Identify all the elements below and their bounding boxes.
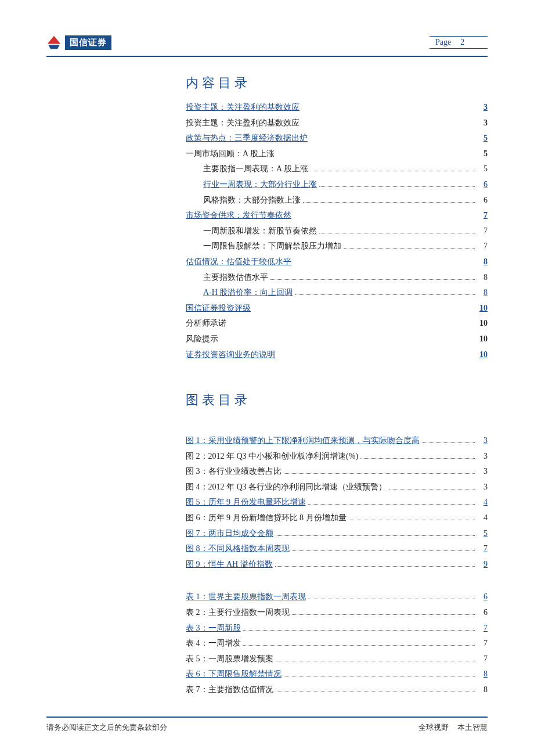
toc-entry-page: 3 <box>477 464 488 480</box>
toc-entry-page: 5 <box>477 161 488 177</box>
toc-entry-page[interactable]: 8 <box>477 254 488 270</box>
toc-leader <box>311 171 475 171</box>
toc-row[interactable]: 国信证券投资评级10 <box>186 301 488 316</box>
toc-entry-label[interactable]: 国信证券投资评级 <box>186 301 251 316</box>
toc-entry-label: 图 6：历年 9 月份新增信贷环比 8 月份增加量 <box>186 510 347 526</box>
toc-entry-page[interactable]: 5 <box>477 526 488 542</box>
toc-entry-label[interactable]: 表 6：下周限售股解禁情况 <box>186 667 282 682</box>
toc-row[interactable]: 投资主题：关注盈利的基数效应3 <box>186 100 488 116</box>
toc-row[interactable]: 图 5：历年 9 月份发电量环比增速4 <box>186 495 488 510</box>
footer-tag-2: 本土智慧 <box>457 723 488 732</box>
toc-leader <box>303 202 475 203</box>
toc-leader <box>243 630 475 631</box>
toc-entry-label[interactable]: A-H 股溢价率：向上回调 <box>203 285 293 301</box>
toc-entry-label[interactable]: 表 1：世界主要股票指数一周表现 <box>186 589 306 605</box>
toc-row: 一周限售股解禁：下周解禁股压力增加7 <box>186 239 488 254</box>
toc-row[interactable]: A-H 股溢价率：向上回调8 <box>186 285 488 301</box>
toc-entry-page[interactable]: 6 <box>477 589 488 605</box>
toc-row: 表 5：一周股票增发预案7 <box>186 651 488 667</box>
toc-entry-page[interactable]: 7 <box>477 541 488 557</box>
toc-entry-label: 一周限售股解禁：下周解禁股压力增加 <box>203 239 341 254</box>
toc-entry-page: 3 <box>477 449 488 465</box>
toc-entry-page[interactable]: 5 <box>477 131 488 146</box>
footer-rule <box>46 717 488 718</box>
toc-row: 一周市场回顾：A 股上涨5 <box>186 146 488 162</box>
toc-leader <box>308 504 475 505</box>
toc-entry-page[interactable]: 7 <box>477 208 488 224</box>
toc-entry-page[interactable]: 8 <box>477 667 488 682</box>
toc-leader <box>295 294 475 295</box>
toc-entry-page[interactable]: 3 <box>477 433 488 449</box>
toc-leader <box>243 645 475 646</box>
toc-entry-page[interactable]: 7 <box>477 621 488 636</box>
toc-entry-label[interactable]: 市场资金供求：发行节奏依然 <box>186 208 291 224</box>
toc-leader <box>389 489 475 489</box>
toc-entry-page[interactable]: 9 <box>477 557 488 573</box>
toc-entry-page: 3 <box>477 480 488 495</box>
toc-row[interactable]: 市场资金供求：发行节奏依然7 <box>186 208 488 224</box>
toc-entry-label[interactable]: 表 3：一周新股 <box>186 621 241 636</box>
toc-entry-label: 主要指数估值水平 <box>203 270 268 286</box>
toc-row[interactable]: 表 3：一周新股7 <box>186 621 488 636</box>
toc-entry-label[interactable]: 图 8：不同风格指数本周表现 <box>186 541 290 557</box>
toc-row[interactable]: 行业一周表现：大部分行业上涨6 <box>186 177 488 193</box>
toc-entry-label: 一周市场回顾：A 股上涨 <box>186 146 275 162</box>
toc-row: 图 2：2012 年 Q3 中小板和创业板净利润增速(%)3 <box>186 449 488 465</box>
toc-entry-label[interactable]: 图 9：恒生 AH 溢价指数 <box>186 557 273 573</box>
toc-entry-label: 风险提示 <box>186 332 218 347</box>
toc-entry-label[interactable]: 图 1：采用业绩预警的上下限净利润均值来预测，与实际吻合度高 <box>186 433 420 449</box>
toc-entry-page[interactable]: 6 <box>477 177 488 193</box>
page-container: 国信证券 Page 2 内容目录 投资主题：关注盈利的基数效应3投资主题：关注盈… <box>0 0 534 756</box>
toc-entry-label[interactable]: 投资主题：关注盈利的基数效应 <box>186 100 300 116</box>
toc-row[interactable]: 图 8：不同风格指数本周表现7 <box>186 541 488 557</box>
toc-leader <box>344 248 475 249</box>
toc-row: 表 4：一周增发7 <box>186 636 488 651</box>
toc-row[interactable]: 政策与热点：三季度经济数据出炉5 <box>186 131 488 146</box>
svg-marker-1 <box>48 45 59 49</box>
toc-entry-page: 4 <box>477 510 488 526</box>
footer: 请务必阅读正文之后的免责条款部分 全球视野 本土智慧 <box>46 717 488 733</box>
toc-entry-page: 7 <box>477 651 488 667</box>
toc-entry-label[interactable]: 图 7：两市日均成交金额 <box>186 526 273 542</box>
footer-disclaimer: 请务必阅读正文之后的免责条款部分 <box>46 722 167 733</box>
toc-row[interactable]: 估值情况：估值处于较低水平8 <box>186 254 488 270</box>
toc-row: 表 2：主要行业指数一周表现6 <box>186 605 488 621</box>
toc-row[interactable]: 证券投资咨询业务的说明10 <box>186 347 488 363</box>
toc-heading: 内容目录 <box>186 74 488 92</box>
toc-entry-page: 6 <box>477 605 488 621</box>
toc-leader <box>319 186 475 187</box>
toc-leader <box>276 661 475 661</box>
toc-row[interactable]: 图 9：恒生 AH 溢价指数9 <box>186 557 488 573</box>
toc-entry-label[interactable]: 估值情况：估值处于较低水平 <box>186 254 291 270</box>
toc-leader <box>349 520 475 520</box>
toc-entry-label: 表 5：一周股票增发预案 <box>186 651 273 667</box>
toc-entry-label: 表 4：一周增发 <box>186 636 241 651</box>
toc-entry-label[interactable]: 政策与热点：三季度经济数据出炉 <box>186 131 308 146</box>
toc-entry-page[interactable]: 10 <box>477 301 488 316</box>
toc-entry-label: 分析师承诺 <box>186 316 226 332</box>
toc-entry-label: 主要股指一周表现：A 股上涨 <box>203 161 308 177</box>
toc-row[interactable]: 图 1：采用业绩预警的上下限净利润均值来预测，与实际吻合度高3 <box>186 433 488 449</box>
toc-entry-page[interactable]: 4 <box>477 495 488 510</box>
toc-leader <box>319 233 475 233</box>
svg-marker-0 <box>48 36 61 44</box>
tables-list: 表 1：世界主要股票指数一周表现6表 2：主要行业指数一周表现6表 3：一周新股… <box>186 589 488 697</box>
toc-entry-page[interactable]: 8 <box>477 285 488 301</box>
toc-row: 风险提示10 <box>186 332 488 347</box>
header-rule <box>46 56 488 57</box>
toc-entry-page[interactable]: 10 <box>477 347 488 363</box>
toc-row[interactable]: 图 7：两市日均成交金额5 <box>186 526 488 542</box>
toc-list: 投资主题：关注盈利的基数效应3投资主题：关注盈利的基数效应3政策与热点：三季度经… <box>186 100 488 362</box>
toc-leader <box>275 566 475 567</box>
toc-entry-label[interactable]: 图 5：历年 9 月份发电量环比增速 <box>186 495 306 510</box>
toc-entry-label[interactable]: 行业一周表现：大部分行业上涨 <box>203 177 317 193</box>
toc-entry-page[interactable]: 3 <box>477 100 488 116</box>
toc-row[interactable]: 表 6：下周限售股解禁情况8 <box>186 667 488 682</box>
toc-entry-page: 10 <box>477 316 488 332</box>
toc-row[interactable]: 表 1：世界主要股票指数一周表现6 <box>186 589 488 605</box>
toc-leader <box>292 550 475 551</box>
logo-text: 国信证券 <box>65 35 111 50</box>
toc-entry-label[interactable]: 证券投资咨询业务的说明 <box>186 347 275 363</box>
page-number-box: Page 2 <box>430 36 488 49</box>
footer-tagline: 全球视野 本土智慧 <box>412 722 488 733</box>
